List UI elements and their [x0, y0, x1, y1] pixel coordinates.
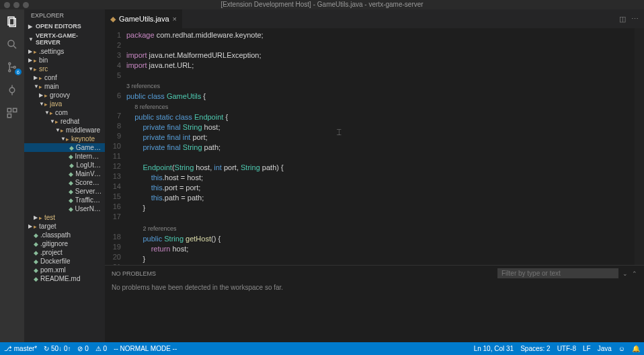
folder-icon: ▸	[39, 214, 42, 221]
file-item[interactable]: ◆InternalServiceVer...	[24, 152, 105, 161]
file-item[interactable]: ◆.gitignore	[24, 239, 105, 248]
folder-icon: ▸	[34, 223, 37, 230]
more-actions-icon[interactable]: ⋯	[631, 15, 639, 24]
file-icon: ◆	[34, 276, 38, 282]
problems-panel: NO PROBLEMS ⌄ ⌃ No problems have been de…	[105, 265, 644, 342]
svg-point-2	[8, 40, 14, 46]
debug-icon[interactable]	[5, 83, 19, 97]
file-item[interactable]: ◆README.md	[24, 274, 105, 283]
folder-item[interactable]: ▶▸test	[24, 213, 105, 222]
folder-icon: ▸	[66, 136, 69, 143]
editor-area: ◆ GameUtils.java × ◫ ⋯ 12345 6 789101112…	[105, 9, 644, 342]
folder-icon: ▸	[34, 66, 37, 73]
window-controls	[4, 2, 29, 8]
file-icon: ◆	[69, 171, 73, 178]
minimize-window-icon[interactable]	[13, 2, 19, 8]
svg-point-5	[9, 70, 11, 72]
folder-item[interactable]: ▼▸main	[24, 82, 105, 91]
tab-close-icon[interactable]: ×	[173, 15, 177, 23]
status-errors[interactable]: ⊘ 0	[77, 345, 88, 352]
minimap[interactable]	[635, 28, 644, 265]
folder-item[interactable]: ▼▸redhat	[24, 117, 105, 126]
folder-icon: ▸	[44, 92, 48, 99]
problems-filter-input[interactable]	[497, 268, 618, 278]
status-bar: ⎇ master* ↻ 50↓ 0↑ ⊘ 0 ⚠ 0 -- NORMAL MOD…	[0, 342, 644, 355]
folder-item[interactable]: ▶▸groovy	[24, 91, 105, 100]
search-icon[interactable]	[5, 38, 19, 51]
feedback-icon[interactable]: ☺	[618, 345, 625, 352]
folder-item[interactable]: ▶▸.settings	[24, 47, 105, 56]
git-sync[interactable]: ↻ 50↓ 0↑	[44, 345, 71, 352]
source-control-icon[interactable]: 6	[5, 61, 19, 74]
folder-item[interactable]: ▶▸bin	[24, 56, 105, 65]
status-warnings[interactable]: ⚠ 0	[95, 345, 107, 352]
file-item[interactable]: ◆pom.xml	[24, 266, 105, 274]
text-cursor-icon: ⌶	[337, 127, 341, 137]
file-item[interactable]: ◆.project	[24, 248, 105, 257]
tree-label: com	[55, 109, 68, 116]
cursor-position[interactable]: Ln 10, Col 31	[474, 345, 514, 352]
file-item[interactable]: ◆TrafficServerVerti...	[24, 196, 105, 204]
file-item[interactable]: ◆GameUtils.java	[24, 143, 105, 152]
close-window-icon[interactable]	[4, 2, 10, 8]
encoding[interactable]: UTF-8	[557, 345, 576, 352]
editor-actions: ◫ ⋯	[619, 9, 644, 28]
activity-bar: 6	[0, 9, 24, 342]
folder-item[interactable]: ▼▸java	[24, 100, 105, 108]
tree-label: keynote	[71, 135, 95, 143]
collapse-panel-icon[interactable]: ⌄	[622, 270, 628, 277]
tree-label: pom.xml	[40, 266, 66, 274]
folder-item[interactable]: ▼▸com	[24, 108, 105, 117]
project-section[interactable]: ▼VERTX-GAME-SERVER	[24, 31, 105, 47]
file-item[interactable]: ◆LogUtils.java	[24, 161, 105, 169]
tree-label: .project	[40, 249, 63, 256]
folder-item[interactable]: ▶▸conf	[24, 73, 105, 82]
code-editor[interactable]: 12345 6 7891011121314151617 18192021 222…	[105, 28, 644, 265]
tree-label: README.md	[40, 275, 80, 282]
git-branch[interactable]: ⎇ master*	[4, 345, 37, 352]
extensions-icon[interactable]	[5, 106, 19, 120]
close-panel-icon[interactable]: ⌃	[632, 270, 637, 277]
folder-item[interactable]: ▼▸middleware	[24, 126, 105, 134]
file-item[interactable]: ◆Dockerfile	[24, 257, 105, 266]
file-item[interactable]: ◆ScoreTimerVerticl...	[24, 178, 105, 187]
tree-label: main	[44, 83, 59, 90]
sidebar-title: EXPLORER	[24, 9, 105, 22]
folder-icon: ▸	[34, 48, 37, 55]
file-tree: ▶▸.settings▶▸bin▼▸src▶▸conf▼▸main▶▸groov…	[24, 47, 105, 342]
folder-item[interactable]: ▼▸keynote	[24, 134, 105, 143]
tree-label: bin	[39, 56, 48, 64]
maximize-window-icon[interactable]	[23, 2, 29, 8]
tree-label: MainVerticle.java	[75, 170, 102, 178]
svg-rect-11	[13, 108, 17, 112]
language-mode[interactable]: Java	[598, 345, 612, 352]
panel-title: NO PROBLEMS	[112, 270, 156, 277]
tab-gameutils[interactable]: ◆ GameUtils.java ×	[105, 9, 182, 28]
file-icon: ◆	[69, 162, 74, 169]
tree-label: LogUtils.java	[76, 161, 102, 169]
vim-mode: -- NORMAL MODE --	[114, 345, 177, 352]
open-editors-section[interactable]: ▶OPEN EDITORS	[24, 22, 105, 31]
folder-item[interactable]: ▼▸src	[24, 65, 105, 73]
file-icon: ◆	[69, 188, 73, 195]
sidebar: EXPLORER ▶OPEN EDITORS ▼VERTX-GAME-SERVE…	[24, 9, 105, 342]
tab-label: GameUtils.java	[119, 15, 169, 23]
folder-item[interactable]: ▶▸target	[24, 222, 105, 231]
file-icon: ◆	[34, 249, 38, 256]
eol[interactable]: LF	[583, 345, 591, 352]
file-item[interactable]: ◆MainVerticle.java	[24, 169, 105, 178]
file-item[interactable]: ◆.classpath	[24, 231, 105, 239]
tree-label: Dockerfile	[40, 258, 70, 265]
notifications-icon[interactable]: 🔔	[632, 345, 640, 352]
file-item[interactable]: ◆ServerVerticle.java	[24, 187, 105, 196]
tree-label: UserNameGenerat...	[75, 205, 102, 212]
indentation[interactable]: Spaces: 2	[520, 345, 550, 352]
split-editor-icon[interactable]: ◫	[619, 15, 626, 24]
window-title: [Extension Development Host] - GameUtils…	[0, 0, 644, 9]
explorer-icon[interactable]	[5, 15, 19, 28]
file-item[interactable]: ◆UserNameGenerat...	[24, 204, 105, 213]
folder-icon: ▸	[50, 110, 53, 116]
code-content[interactable]: package com.redhat.middleware.keynote; i…	[126, 28, 644, 265]
tree-label: InternalServiceVer...	[75, 153, 102, 160]
folder-icon: ▸	[55, 118, 58, 125]
